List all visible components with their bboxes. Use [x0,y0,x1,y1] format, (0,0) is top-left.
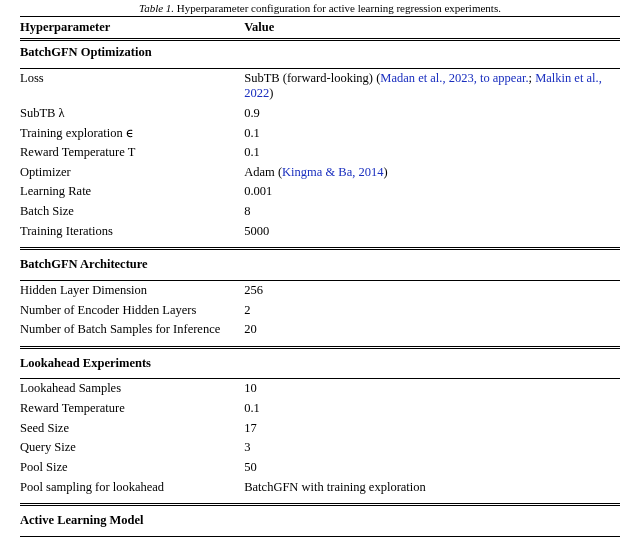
table-caption: Table 1. Hyperparameter configuration fo… [0,0,640,16]
hyperparameter-value: 0.1 [244,143,620,163]
hyperparameter-name: Optimizer [20,163,244,183]
section-gap [20,497,620,505]
table-row: Batch Size8 [20,202,620,222]
hyperparameter-name: Reward Temperature [20,399,244,419]
hyperparameter-name: Learning Rate [20,182,244,202]
hyperparameter-name: Training Iterations [20,222,244,242]
section-gap [20,241,620,249]
hyperparameter-value: 0.1 [244,124,620,144]
table-row: LossSubTB (forward-looking) (Madan et al… [20,68,620,104]
table-row: Reward Temperature0.1 [20,399,620,419]
hyperparameter-value: 256 [244,280,620,300]
table-header-row: Hyperparameter Value [20,17,620,40]
table-row: Seed Size17 [20,419,620,439]
hyperparameter-value: 3 [244,438,620,458]
table-row: Query Size3 [20,438,620,458]
hyperparameter-name: Loss [20,68,244,104]
hyperparameter-value: BatchGFN with training exploration [244,478,620,498]
hyperparameter-name: Pool Size [20,458,244,478]
section-header-row: Lookahead Experiments [20,347,620,375]
table-row: Training Iterations5000 [20,222,620,242]
table-row: Pool Size50 [20,458,620,478]
section-header-row: BatchGFN Architecture [20,249,620,277]
section-gap [20,340,620,348]
hyperparameter-value: 5000 [244,222,620,242]
section-title: Lookahead Experiments [20,347,620,375]
hyperparameter-name: Training exploration ϵ [20,124,244,144]
hyperparameter-value: 50 [244,458,620,478]
table-row: SubTB λ0.9 [20,104,620,124]
hyperparameter-name: Batch Size [20,202,244,222]
hyperparameter-name: Pool sampling for lookahead [20,478,244,498]
section-header-row: BatchGFN Optimization [20,40,620,65]
hyperparameter-value: 0.001 [244,182,620,202]
section-title: Active Learning Model [20,505,620,533]
section-title: BatchGFN Architecture [20,249,620,277]
hyperparameter-value: 10 [244,379,620,399]
hyperparameter-value: 17 [244,419,620,439]
hyperparameter-name: Query Size [20,438,244,458]
hyperparameter-name: Reward Temperature T [20,143,244,163]
table-row: Training exploration ϵ0.1 [20,124,620,144]
citation-link[interactable]: Madan et al., 2023, to appear. [380,71,528,85]
table-caption-label: Table 1. [139,2,174,14]
hyperparameter-name: SubTB λ [20,104,244,124]
table-row: Lookahead Samples10 [20,379,620,399]
table-caption-text: Hyperparameter configuration for active … [177,2,501,14]
hyperparameter-value: Adam (Kingma & Ba, 2014) [244,163,620,183]
table-row: Pool sampling for lookaheadBatchGFN with… [20,478,620,498]
hyperparameter-value: 0.1 [244,399,620,419]
value-text: Adam ( [244,165,282,179]
hyperparameter-name: Number of Batch Samples for Inference [20,320,244,340]
hyperparameter-value: 2 [244,301,620,321]
column-header-value: Value [244,17,620,40]
table-row: Learning Rate0.001 [20,182,620,202]
hyperparameter-name: Lookahead Samples [20,379,244,399]
citation-link[interactable]: Kingma & Ba, 2014 [282,165,383,179]
hyperparameter-table: Hyperparameter Value BatchGFN Optimizati… [20,16,620,539]
hyperparameter-value: SubTB (forward-looking) (Madan et al., 2… [244,68,620,104]
value-text: ) [383,165,387,179]
hyperparameter-name: Hidden Layer Dimension [20,280,244,300]
table-row: OptimizerAdam (Kingma & Ba, 2014) [20,163,620,183]
section-title: BatchGFN Optimization [20,40,620,65]
table-row: Hidden Layer Dimension256 [20,280,620,300]
table-row: Number of Batch Samples for Inference20 [20,320,620,340]
table-row: Number of Encoder Hidden Layers2 [20,301,620,321]
hyperparameter-name: Number of Encoder Hidden Layers [20,301,244,321]
hyperparameter-name: Seed Size [20,419,244,439]
section-header-row: Active Learning Model [20,505,620,533]
hyperparameter-value: 20 [244,320,620,340]
hyperparameter-value: 0.9 [244,104,620,124]
value-text: SubTB (forward-looking) ( [244,71,380,85]
value-text: ) [269,86,273,100]
table-row: Reward Temperature T0.1 [20,143,620,163]
column-header-hyperparameter: Hyperparameter [20,17,244,40]
hyperparameter-value: 8 [244,202,620,222]
